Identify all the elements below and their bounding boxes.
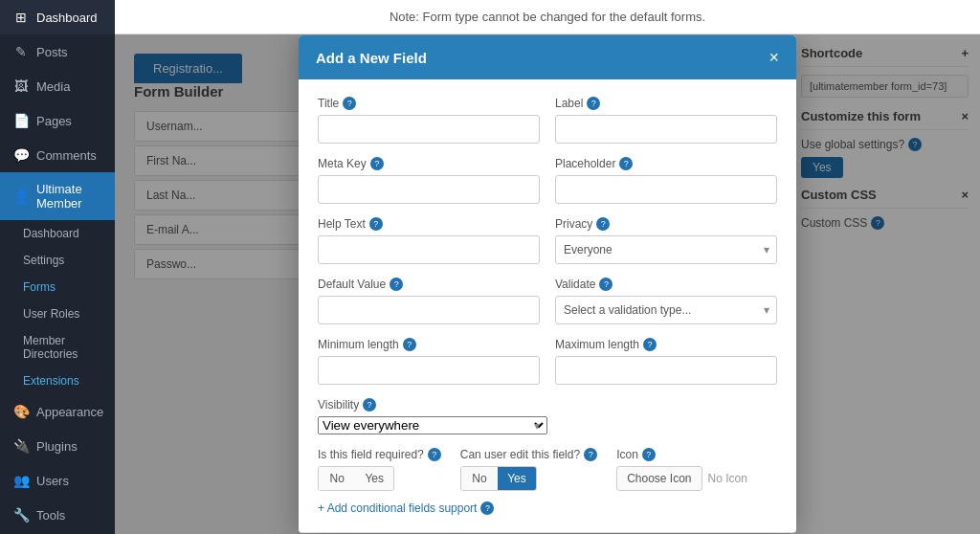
sidebar-item-dashboard[interactable]: ⊞ Dashboard: [0, 0, 115, 34]
conditional-row: + Add conditional fields support ?: [318, 501, 777, 515]
default-value-group: Default Value ?: [318, 278, 540, 324]
sidebar-item-users[interactable]: 👥 Users: [0, 463, 115, 498]
icon-label: Icon ?: [616, 448, 747, 461]
dashboard-icon: ⊞: [13, 10, 29, 25]
privacy-select[interactable]: EveryoneOnly meFriendsMembers: [555, 235, 777, 264]
sidebar-item-plugins[interactable]: 🔌 Plugins: [0, 429, 115, 463]
default-validate-row: Default Value ? Validate ? Select a: [318, 278, 777, 324]
modal-header: Add a New Field ×: [299, 35, 796, 79]
meta-key-help-icon[interactable]: ?: [370, 157, 384, 170]
plugins-icon: 🔌: [13, 438, 29, 454]
sidebar-sub-extensions[interactable]: Extensions: [0, 367, 115, 394]
validate-select[interactable]: Select a validation type...: [555, 296, 777, 324]
required-yes-button[interactable]: Yes: [355, 467, 393, 490]
sidebar-item-tools[interactable]: 🔧 Tools: [0, 498, 115, 532]
placeholder-group: Placeholder ?: [555, 157, 777, 204]
validate-group: Validate ? Select a validation type...: [555, 278, 777, 324]
sidebar-item-posts[interactable]: ✎ Posts: [0, 34, 115, 69]
label-input[interactable]: [555, 115, 777, 144]
default-value-input[interactable]: [318, 296, 540, 324]
sidebar-item-media[interactable]: 🖼 Media: [0, 69, 115, 103]
icon-group: Icon ? Choose Icon No Icon: [616, 448, 747, 491]
label-group: Label ?: [555, 97, 777, 144]
icon-help-icon[interactable]: ?: [642, 448, 656, 461]
sidebar-item-comments[interactable]: 💬 Comments: [0, 138, 115, 172]
metakey-placeholder-row: Meta Key ? Placeholder ?: [318, 157, 777, 204]
required-edit-icon-row: Is this field required? ? No Yes Can use…: [318, 448, 777, 491]
main-area: Note: Form type cannot be changed for th…: [115, 0, 980, 534]
media-icon: 🖼: [13, 78, 29, 94]
help-text-help-icon[interactable]: ?: [369, 217, 383, 231]
min-length-help-icon[interactable]: ?: [403, 338, 416, 351]
ultimate-member-icon: 👤: [13, 189, 29, 204]
modal-body: Title ? Label ?: [299, 79, 796, 532]
helptext-privacy-row: Help Text ? Privacy ? EveryoneOnly: [318, 217, 777, 264]
add-field-modal: Add a New Field × Title ?: [299, 35, 796, 533]
max-length-input[interactable]: [555, 356, 777, 385]
topbar: Note: Form type cannot be changed for th…: [115, 0, 980, 34]
sidebar-sub-forms[interactable]: Forms: [0, 274, 115, 300]
required-label: Is this field required? ?: [318, 448, 441, 461]
minmax-row: Minimum length ? Maximum length ?: [318, 338, 777, 385]
pages-icon: 📄: [13, 113, 29, 128]
max-length-help-icon[interactable]: ?: [643, 338, 657, 351]
can-edit-group: Can user edit this field? ? No Yes: [460, 448, 597, 491]
placeholder-label: Placeholder ?: [555, 157, 777, 170]
title-group: Title ?: [318, 97, 540, 144]
posts-icon: ✎: [13, 44, 29, 59]
min-length-group: Minimum length ?: [318, 338, 540, 385]
placeholder-input[interactable]: [555, 175, 777, 204]
users-icon: 👥: [13, 473, 29, 488]
can-edit-no-button[interactable]: No: [461, 467, 498, 490]
sidebar-sub-user-roles[interactable]: User Roles: [0, 300, 115, 327]
privacy-label: Privacy ?: [555, 217, 777, 231]
validate-label: Validate ?: [555, 278, 777, 291]
conditional-help-icon[interactable]: ?: [480, 501, 494, 515]
can-edit-toggle: No Yes: [460, 466, 537, 491]
modal-close-button[interactable]: ×: [768, 49, 779, 66]
meta-key-input[interactable]: [318, 175, 540, 204]
required-group: Is this field required? ? No Yes: [318, 448, 441, 491]
content-area: Registratio... Form Builder Usernam... F…: [115, 34, 980, 534]
help-text-input[interactable]: [318, 235, 540, 264]
required-help-icon[interactable]: ?: [428, 448, 441, 461]
modal-overlay: Add a New Field × Title ?: [115, 34, 980, 534]
topbar-note: Note: Form type cannot be changed for th…: [390, 10, 705, 24]
sidebar-sub-dashboard[interactable]: Dashboard: [0, 220, 115, 247]
visibility-select[interactable]: View everywhereLogged in usersLogged out…: [318, 416, 547, 434]
can-edit-yes-button[interactable]: Yes: [498, 467, 536, 490]
help-text-group: Help Text ?: [318, 217, 540, 264]
choose-icon-button[interactable]: Choose Icon: [616, 466, 702, 491]
min-length-input[interactable]: [318, 356, 540, 385]
title-help-icon[interactable]: ?: [343, 97, 356, 110]
privacy-help-icon[interactable]: ?: [596, 217, 610, 231]
default-value-help-icon[interactable]: ?: [390, 278, 403, 291]
visibility-select-wrap: View everywhereLogged in usersLogged out…: [318, 416, 547, 434]
modal-footer: Add Cancel: [299, 532, 796, 533]
title-input[interactable]: [318, 115, 540, 144]
visibility-help-icon[interactable]: ?: [363, 398, 376, 412]
title-label-row: Title ? Label ?: [318, 97, 777, 144]
required-no-button[interactable]: No: [319, 467, 355, 490]
icon-row: Choose Icon No Icon: [616, 466, 747, 491]
max-length-group: Maximum length ?: [555, 338, 777, 385]
privacy-group: Privacy ? EveryoneOnly meFriendsMembers: [555, 217, 777, 264]
sidebar-item-appearance[interactable]: 🎨 Appearance: [0, 394, 115, 429]
sidebar-item-pages[interactable]: 📄 Pages: [0, 103, 115, 138]
label-help-icon[interactable]: ?: [587, 97, 600, 110]
conditional-link[interactable]: + Add conditional fields support ?: [318, 501, 494, 515]
default-value-label: Default Value ?: [318, 278, 540, 291]
can-edit-help-icon[interactable]: ?: [584, 448, 597, 461]
no-icon-label: No Icon: [708, 472, 747, 485]
privacy-select-wrap: EveryoneOnly meFriendsMembers: [555, 235, 777, 264]
sidebar-sub-member-dir[interactable]: Member Directories: [0, 327, 115, 367]
sidebar-item-ultimate-member[interactable]: 👤 Ultimate Member: [0, 172, 115, 220]
help-text-label: Help Text ?: [318, 217, 540, 231]
validate-help-icon[interactable]: ?: [599, 278, 612, 291]
sidebar-sub-settings[interactable]: Settings: [0, 247, 115, 274]
max-length-label: Maximum length ?: [555, 338, 777, 351]
can-edit-label: Can user edit this field? ?: [460, 448, 597, 461]
title-label: Title ?: [318, 97, 540, 110]
modal-title: Add a New Field: [316, 50, 427, 66]
placeholder-help-icon[interactable]: ?: [619, 157, 633, 170]
